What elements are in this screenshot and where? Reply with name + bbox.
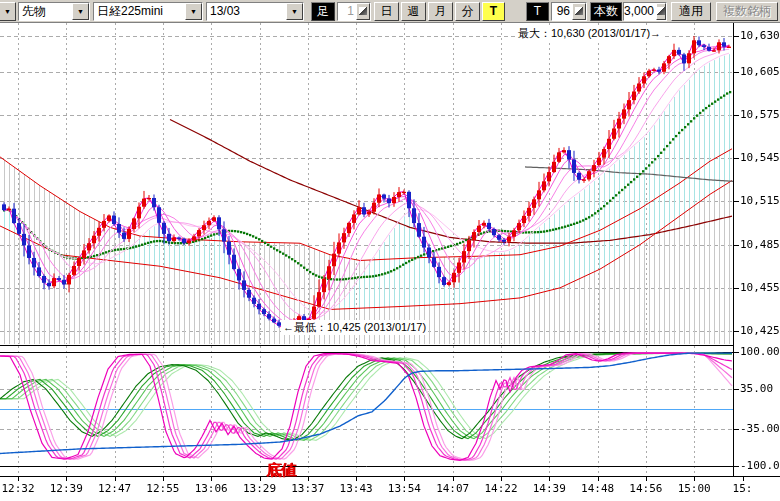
spinner-icon <box>657 7 665 15</box>
period-week-button[interactable]: 週 <box>401 2 426 21</box>
dropdown-button[interactable]: ▼ <box>286 3 303 20</box>
bars-count-stepper[interactable]: 3,000 <box>623 2 667 21</box>
time-axis-label: 15: <box>726 482 760 495</box>
time-axis-label: 13:54 <box>387 482 421 495</box>
dropdown-arrow-icon: ▼ <box>190 8 197 15</box>
bars-count-value: 3,000 <box>624 4 656 18</box>
time-axis-label: 13:06 <box>194 482 228 495</box>
price-axis-label: 10,485 <box>740 238 780 251</box>
period-minute-button[interactable]: 分 <box>455 2 480 21</box>
dropdown-button[interactable]: ▼ <box>72 3 89 20</box>
time-axis-label: 14:22 <box>484 482 518 495</box>
price-axis-label: 10,605 <box>740 65 780 78</box>
price-axis-label: 10,575 <box>740 108 780 121</box>
symbol-value: 日経225mini <box>94 3 185 20</box>
min-price-annotation: ←最低：10,425 (2013/01/17) <box>281 320 428 335</box>
chart-application: ▼ 先物 ▼ 日経225mini ▼ 13/03 ▼ 足 1 日 週 月 分 T… <box>0 0 780 501</box>
instrument-type-value: 先物 <box>19 3 72 20</box>
dropdown-button[interactable]: ▼ <box>185 3 202 20</box>
tick-count-stepper[interactable]: 96 <box>551 2 587 21</box>
bar-type-label: 足 <box>311 2 335 21</box>
time-axis-label: 12:32 <box>1 482 35 495</box>
price-axis-label: 10,630 <box>740 29 780 42</box>
time-axis-label: 14:07 <box>436 482 470 495</box>
time-axis-label: 13:29 <box>243 482 277 495</box>
time-axis-label: 12:39 <box>49 482 83 495</box>
time-axis-label: 12:55 <box>146 482 180 495</box>
stepper-button[interactable] <box>356 3 370 20</box>
time-axis-label: 12:47 <box>98 482 132 495</box>
apply-button[interactable]: 適用 <box>671 2 711 21</box>
contract-month-select[interactable]: 13/03 ▼ <box>206 2 304 21</box>
dropdown-arrow-icon: ▼ <box>4 8 11 15</box>
bars-label: 本数 <box>590 2 622 21</box>
tick-count-value: 96 <box>552 4 572 18</box>
time-axis-label: 14:56 <box>629 482 663 495</box>
time-axis-label: 13:43 <box>339 482 373 495</box>
contract-month-value: 13/03 <box>207 4 286 18</box>
period-month-button[interactable]: 月 <box>428 2 453 21</box>
multi-symbol-button[interactable]: 複数銘柄 <box>716 2 778 21</box>
stepper-button[interactable] <box>572 3 586 20</box>
spinner-icon <box>359 7 367 15</box>
oscillator-axis-label: 35.00 <box>740 382 773 395</box>
toolbar: ▼ 先物 ▼ 日経225mini ▼ 13/03 ▼ 足 1 日 週 月 分 T… <box>0 0 780 23</box>
oscillator-axis-label: 100.00 <box>740 345 780 358</box>
symbol-select[interactable]: 日経225mini ▼ <box>93 2 203 21</box>
bar-interval-stepper[interactable]: 1 <box>337 2 371 21</box>
time-axis-label: 13:37 <box>291 482 325 495</box>
time-axis-label: 15:00 <box>677 482 711 495</box>
oscillator-axis-label: -35.00 <box>740 422 780 435</box>
dropdown-arrow-icon: ▼ <box>291 8 298 15</box>
bottom-price-annotation: 底値 <box>266 461 296 480</box>
time-axis-label: 14:48 <box>581 482 615 495</box>
spinner-icon <box>575 7 583 15</box>
bar-interval-value: 1 <box>338 4 356 18</box>
tick-count-label: T <box>526 2 549 21</box>
instrument-type-select[interactable]: 先物 ▼ <box>18 2 90 21</box>
max-price-annotation: 最大：10,630 (2013/01/17)→ <box>516 26 663 41</box>
price-axis-label: 10,515 <box>740 194 780 207</box>
period-day-button[interactable]: 日 <box>374 2 399 21</box>
oscillator-axis-label: -100.00 <box>740 459 780 472</box>
price-axis-label: 10,455 <box>740 281 780 294</box>
period-tick-button-active[interactable]: T <box>482 2 505 21</box>
time-axis-label: 14:39 <box>532 482 566 495</box>
edge-dropdown-button[interactable]: ▼ <box>0 2 16 21</box>
stepper-button[interactable] <box>656 3 666 20</box>
price-axis-label: 10,545 <box>740 151 780 164</box>
price-chart-canvas[interactable] <box>0 0 780 501</box>
dropdown-arrow-icon: ▼ <box>77 8 84 15</box>
price-axis-label: 10,425 <box>740 324 780 337</box>
